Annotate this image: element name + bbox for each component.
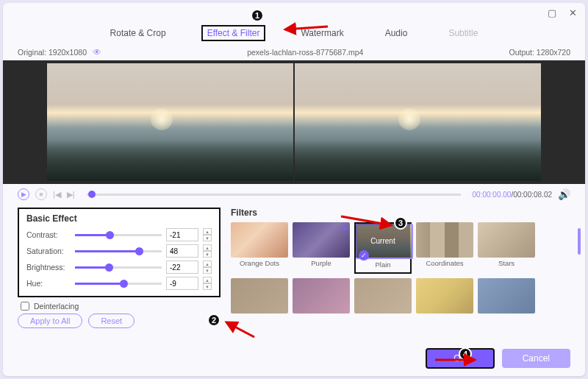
preview-eye-icon[interactable]: 👁 xyxy=(93,47,101,57)
time-display: 00:00:00.00/00:00:08.02 xyxy=(473,191,552,199)
filename-label: pexels-lachlan-ross-8775687.mp4 xyxy=(101,48,509,57)
filter-grid: Orange Dots★PurpleCurrent✓PlainCoordinat… xyxy=(231,222,570,330)
filter-label: Stars xyxy=(478,259,535,267)
tab-subtitle: Subtitle xyxy=(442,25,484,41)
tab-bar: Rotate & Crop Effect & Filter Watermark … xyxy=(3,22,585,47)
spinner-down-icon[interactable]: ▼ xyxy=(203,267,212,274)
tab-audio[interactable]: Audio xyxy=(379,25,414,41)
effect-label: Brightness: xyxy=(26,263,71,272)
video-editor-window: ▢ ✕ Rotate & Crop Effect & Filter Waterm… xyxy=(3,3,585,376)
output-resolution: Output: 1280x720 xyxy=(509,48,570,57)
play-button[interactable]: ▶ xyxy=(18,188,29,200)
filter-item[interactable]: Orange Dots xyxy=(231,222,288,274)
spinner-up-icon[interactable]: ▲ xyxy=(203,261,212,267)
filter-label: Plain xyxy=(356,261,410,269)
spinner-down-icon[interactable]: ▼ xyxy=(203,235,212,241)
effect-spinner[interactable]: ▲▼ xyxy=(203,277,212,290)
effect-value-input[interactable]: -9 xyxy=(166,277,198,290)
apply-to-all-button[interactable]: Apply to All xyxy=(18,314,82,328)
filter-item[interactable] xyxy=(478,278,535,330)
effect-spinner[interactable]: ▲▼ xyxy=(203,228,212,241)
filter-label: Coordinates xyxy=(416,259,473,267)
filter-thumbnail xyxy=(354,278,412,314)
tab-effect-filter[interactable]: Effect & Filter xyxy=(201,25,266,41)
spinner-up-icon[interactable]: ▲ xyxy=(203,277,212,283)
footer-buttons: OK Cancel xyxy=(426,348,570,369)
effect-slider[interactable] xyxy=(75,283,162,285)
effect-value-input[interactable]: -22 xyxy=(166,261,198,274)
effect-row: Brightness:-22▲▼ xyxy=(26,261,212,274)
stop-button[interactable]: ■ xyxy=(35,188,47,200)
filter-item[interactable]: Stars xyxy=(478,222,535,274)
tab-rotate-crop[interactable]: Rotate & Crop xyxy=(104,25,172,41)
favorite-star-icon: ★ xyxy=(341,224,348,233)
filter-label: Purple xyxy=(293,259,350,267)
filter-thumbnail xyxy=(416,278,473,314)
effect-row: Hue:-9▲▼ xyxy=(26,277,212,290)
window-minimize-icon[interactable]: ▢ xyxy=(547,7,557,18)
info-bar: Original: 1920x1080 👁 pexels-lachlan-ros… xyxy=(3,47,585,60)
cancel-button[interactable]: Cancel xyxy=(502,349,570,368)
selected-check-icon: ✓ xyxy=(359,250,369,261)
filter-item[interactable]: Current✓Plain xyxy=(354,222,412,274)
preview-original xyxy=(47,63,293,181)
filter-item[interactable] xyxy=(416,278,473,330)
titlebar: ▢ ✕ xyxy=(3,3,585,22)
effect-spinner[interactable]: ▲▼ xyxy=(203,244,212,258)
filter-thumbnail xyxy=(478,278,535,314)
preview-area xyxy=(3,60,585,184)
effect-row: Saturation:48▲▼ xyxy=(26,244,212,258)
effect-slider[interactable] xyxy=(75,234,162,236)
filter-thumbnail xyxy=(478,222,535,258)
basic-effect-panel: Basic Effect Contrast:-21▲▼Saturation:48… xyxy=(18,208,220,297)
timeline-slider[interactable] xyxy=(87,194,461,196)
effect-label: Contrast: xyxy=(26,230,71,239)
ok-button[interactable]: OK xyxy=(426,348,494,369)
filter-thumbnail xyxy=(416,222,473,258)
effect-slider[interactable] xyxy=(75,250,162,252)
editing-panel: Basic Effect Contrast:-21▲▼Saturation:48… xyxy=(3,205,585,330)
effect-row: Contrast:-21▲▼ xyxy=(26,228,212,241)
basic-effect-heading: Basic Effect xyxy=(26,213,212,224)
volume-icon[interactable]: 🔊 xyxy=(558,188,570,200)
filter-thumbnail xyxy=(293,278,350,314)
prev-frame-button[interactable]: |◀ xyxy=(53,190,61,199)
filters-panel: Filters Orange Dots★PurpleCurrent✓PlainC… xyxy=(231,208,570,330)
filter-label: Orange Dots xyxy=(231,259,288,267)
effect-slider[interactable] xyxy=(75,266,162,269)
spinner-up-icon[interactable]: ▲ xyxy=(203,228,212,235)
spinner-up-icon[interactable]: ▲ xyxy=(203,244,212,251)
filters-scrollbar[interactable] xyxy=(578,228,581,255)
filter-item[interactable] xyxy=(293,278,350,330)
filter-item[interactable] xyxy=(231,278,288,330)
filter-item[interactable]: Coordinates xyxy=(416,222,473,274)
filters-heading: Filters xyxy=(231,208,570,218)
window-close-icon[interactable]: ✕ xyxy=(567,7,578,18)
original-resolution: Original: 1920x1080 xyxy=(18,48,87,57)
effect-value-input[interactable]: 48 xyxy=(166,244,198,258)
deinterlacing-input[interactable] xyxy=(21,302,29,311)
effect-spinner[interactable]: ▲▼ xyxy=(203,261,212,274)
filter-item[interactable] xyxy=(354,278,412,330)
filter-thumbnail xyxy=(231,222,288,258)
preview-output xyxy=(295,63,541,181)
tab-watermark[interactable]: Watermark xyxy=(295,25,349,41)
effect-value-input[interactable]: -21 xyxy=(166,228,198,241)
playback-bar: ▶ ■ |◀ ▶| 00:00:00.00/00:00:08.02 🔊 xyxy=(3,184,585,205)
effect-label: Saturation: xyxy=(26,247,71,255)
filter-item[interactable]: ★Purple xyxy=(293,222,350,274)
deinterlacing-checkbox[interactable]: Deinterlacing xyxy=(18,300,220,314)
effect-label: Hue: xyxy=(26,279,71,288)
spinner-down-icon[interactable]: ▼ xyxy=(203,251,212,258)
next-frame-button[interactable]: ▶| xyxy=(67,190,75,199)
filter-thumbnail xyxy=(231,278,288,314)
spinner-down-icon[interactable]: ▼ xyxy=(203,283,212,290)
reset-button[interactable]: Reset xyxy=(88,314,135,328)
